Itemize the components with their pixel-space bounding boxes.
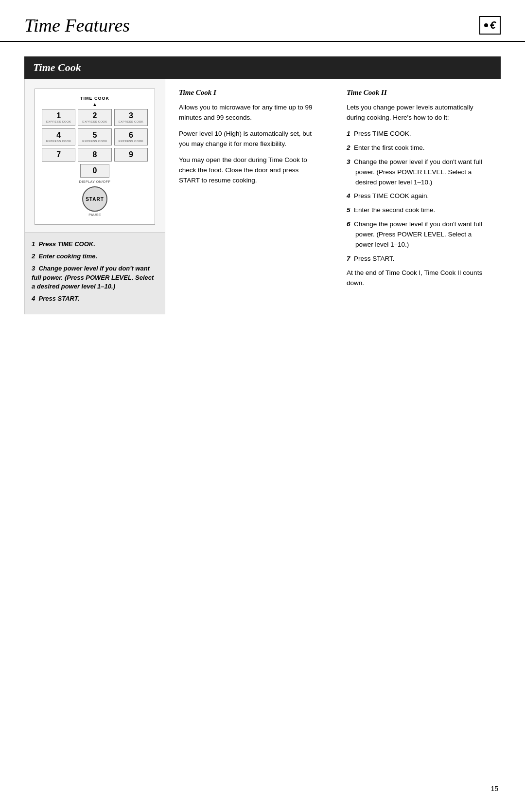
timecook2-step-5: 5 Enter the second cook time. <box>347 205 487 216</box>
timecook2-step-1: 1 Press TIME COOK. <box>347 129 487 139</box>
arrow-icon: € <box>490 19 496 32</box>
page-header: Time Features € <box>0 0 525 42</box>
timecook2-step-2: 2 Enter the first cook time. <box>347 143 487 153</box>
timecook1-col: Time Cook I Allows you to microwave for … <box>165 79 333 314</box>
timecook2-step-3: 3 Change the power level if you don't wa… <box>347 157 487 188</box>
start-button[interactable]: START <box>82 186 107 212</box>
instr-item-4: 4 Press START. <box>32 294 158 304</box>
arrow-up-icon: ▲ <box>42 102 148 107</box>
dot-icon <box>484 23 488 27</box>
header-icons: € <box>479 16 501 35</box>
timecook1-para1: Allows you to microwave for any time up … <box>179 103 319 123</box>
timecook2-step-4: 4 Press TIME COOK again. <box>347 191 487 201</box>
key-7[interactable]: 7 <box>42 148 75 162</box>
left-panel: TIME COOK ▲ 1 EXPRESS COOK 2 EXPRESS COO… <box>24 79 165 314</box>
key-1[interactable]: 1 EXPRESS COOK <box>42 109 75 126</box>
instr-item-3: 3 Change power level if you don't want f… <box>32 264 158 292</box>
timecook2-col: Time Cook II Lets you change power level… <box>333 79 501 314</box>
instr-item-2: 2 Enter cooking time. <box>32 252 158 261</box>
page-title: Time Features <box>24 15 130 36</box>
section-header: Time Cook <box>24 56 501 79</box>
keypad-inner: TIME COOK ▲ 1 EXPRESS COOK 2 EXPRESS COO… <box>35 89 155 225</box>
page-number: 15 <box>490 785 498 793</box>
keypad-grid: 1 EXPRESS COOK 2 EXPRESS COOK 3 EXPRESS … <box>42 109 148 162</box>
timecook1-para2: Power level 10 (High) is automatically s… <box>179 129 319 149</box>
key-5[interactable]: 5 EXPRESS COOK <box>78 128 111 145</box>
start-btn-wrapper: START PAUSE <box>42 186 148 217</box>
timecook2-step-7: 7 Press START. <box>347 254 487 264</box>
section-title: Time Cook <box>33 61 81 73</box>
instr-item-1: 1 Press TIME COOK. <box>32 240 158 249</box>
timecook2-subtitle: Time Cook II <box>347 89 487 97</box>
timecook2-intro: Lets you change power levels automatical… <box>347 103 487 123</box>
key-6[interactable]: 6 EXPRESS COOK <box>114 128 148 145</box>
right-content: Time Cook I Allows you to microwave for … <box>165 79 501 314</box>
timecook1-subtitle: Time Cook I <box>179 89 319 97</box>
key-0[interactable]: 0 <box>80 164 109 178</box>
keypad-area: TIME COOK ▲ 1 EXPRESS COOK 2 EXPRESS COO… <box>25 79 165 233</box>
key-zero-row: 0 <box>42 164 148 178</box>
main-content: TIME COOK ▲ 1 EXPRESS COOK 2 EXPRESS COO… <box>24 79 501 314</box>
timecook2-closing: At the end of Time Cook I, Time Cook II … <box>347 268 487 289</box>
key-9[interactable]: 9 <box>114 148 148 162</box>
time-cook-label: TIME COOK <box>42 96 148 101</box>
instructions-box: 1 Press TIME COOK. 2 Enter cooking time.… <box>25 233 165 314</box>
key-2[interactable]: 2 EXPRESS COOK <box>78 109 111 126</box>
display-off-label: DISPLAY ON/OFF <box>42 180 148 183</box>
key-4[interactable]: 4 EXPRESS COOK <box>42 128 75 145</box>
timecook1-para3: You may open the door during Time Cook t… <box>179 155 319 186</box>
timecook2-step-6: 6 Change the power level if you don't wa… <box>347 219 487 250</box>
timecook2-steps: 1 Press TIME COOK. 2 Enter the first coo… <box>347 129 487 264</box>
key-3[interactable]: 3 EXPRESS COOK <box>114 109 148 126</box>
pause-label: PAUSE <box>88 213 101 217</box>
key-8[interactable]: 8 <box>78 148 111 162</box>
